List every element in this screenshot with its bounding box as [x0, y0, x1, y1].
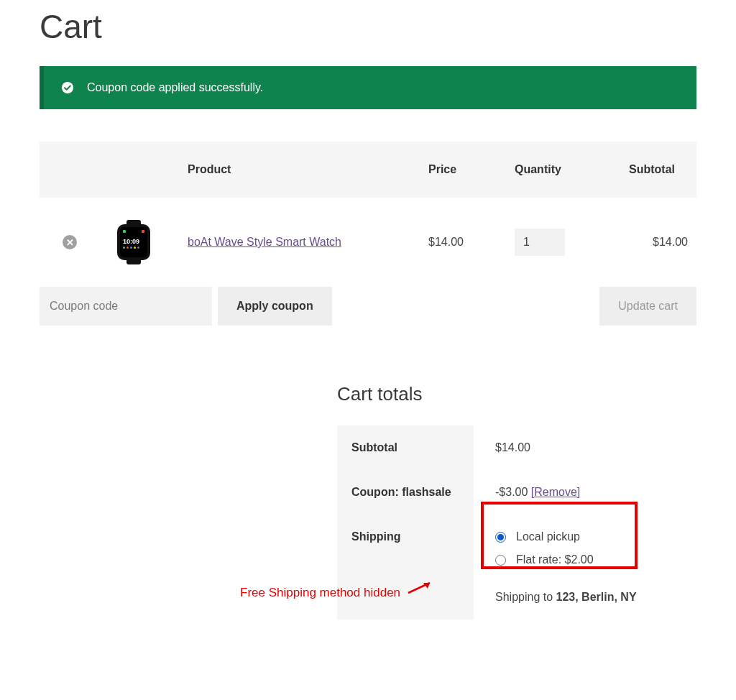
- shipping-option-label: Flat rate: $2.00: [516, 553, 594, 566]
- apply-coupon-button[interactable]: Apply coupon: [218, 287, 332, 326]
- item-subtotal: $14.00: [610, 198, 696, 287]
- annotation-text: Free Shipping method hidden: [240, 586, 400, 600]
- col-quantity: Quantity: [506, 142, 610, 198]
- remove-item-button[interactable]: ✕: [63, 235, 77, 249]
- coupon-code-input[interactable]: [40, 287, 212, 326]
- shipping-options: Local pickup Flat rate: $2.00 Shipping t…: [474, 515, 696, 620]
- product-thumbnail[interactable]: 10:09: [109, 213, 159, 271]
- shipping-option-local-pickup[interactable]: Local pickup: [495, 530, 689, 543]
- close-icon: ✕: [66, 237, 74, 248]
- col-subtotal: Subtotal: [610, 142, 696, 198]
- shipping-option-label: Local pickup: [516, 530, 580, 543]
- col-product: Product: [179, 142, 420, 198]
- subtotal-label: Subtotal: [337, 425, 474, 470]
- subtotal-value: $14.00: [474, 425, 696, 470]
- svg-point-0: [62, 82, 73, 93]
- shipping-label: Shipping: [337, 515, 474, 620]
- col-remove: [40, 142, 86, 198]
- radio-flat-rate[interactable]: [495, 555, 506, 566]
- cart-totals-title: Cart totals: [337, 383, 696, 405]
- update-cart-button[interactable]: Update cart: [599, 287, 696, 326]
- col-price: Price: [420, 142, 506, 198]
- thumb-time: 10:09: [123, 239, 144, 245]
- cart-actions: Apply coupon Update cart: [40, 287, 696, 326]
- shipping-destination: Shipping to 123, Berlin, NY: [495, 591, 689, 604]
- check-circle-icon: [61, 81, 74, 94]
- quantity-input[interactable]: [515, 229, 565, 256]
- cart-totals: Cart totals Subtotal $14.00 Coupon: flas…: [337, 383, 696, 620]
- success-notice: Coupon code applied successfully.: [40, 66, 696, 109]
- cart-row: ✕ 10:09: [40, 198, 696, 287]
- item-price: $14.00: [420, 198, 506, 287]
- notice-message: Coupon code applied successfully.: [87, 81, 263, 94]
- shipping-option-flat-rate[interactable]: Flat rate: $2.00: [495, 553, 689, 566]
- product-name-link[interactable]: boAt Wave Style Smart Watch: [188, 236, 341, 248]
- radio-local-pickup[interactable]: [495, 532, 506, 543]
- cart-table: Product Price Quantity Subtotal ✕: [40, 142, 696, 287]
- page-title: Cart: [40, 7, 696, 46]
- arrow-icon: [407, 580, 436, 596]
- coupon-row-value: -$3.00 [Remove]: [474, 470, 696, 515]
- remove-coupon-link[interactable]: [Remove]: [531, 486, 580, 498]
- col-thumbnail: [86, 142, 179, 198]
- coupon-row-label: Coupon: flashsale: [337, 470, 474, 515]
